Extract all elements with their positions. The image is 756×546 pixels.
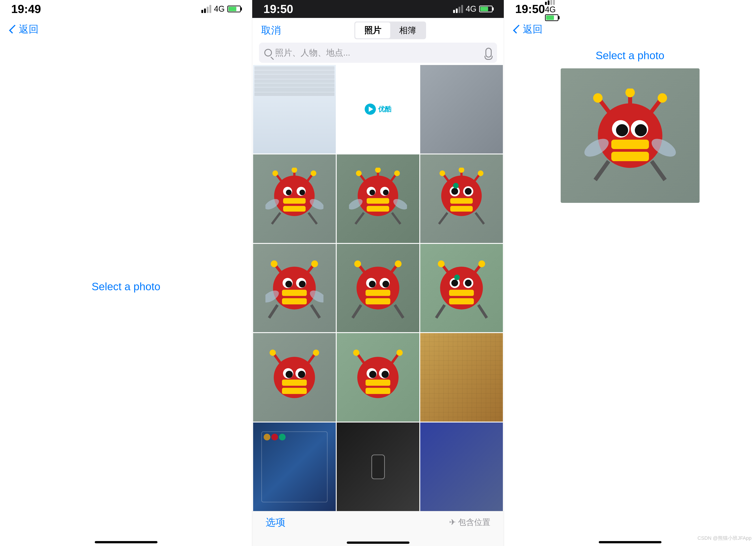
signal-bars-left [201, 5, 211, 13]
svg-rect-66 [366, 290, 390, 296]
watermark: CSDN @熊猫小班JFApp [698, 535, 752, 542]
signal-bar-3 [207, 7, 209, 13]
svg-line-61 [269, 305, 278, 318]
bee-cell-7 [253, 333, 336, 422]
signal-bar-mid-4 [461, 5, 463, 13]
youku-label: 优酷 [378, 105, 392, 114]
photo-cell-3[interactable] [420, 65, 503, 153]
svg-line-110 [357, 354, 366, 365]
svg-point-73 [354, 260, 361, 267]
svg-point-25 [356, 170, 362, 176]
battery-fill-left [228, 7, 236, 11]
cancel-button[interactable]: 取消 [261, 24, 281, 37]
photo-cell-8[interactable] [337, 244, 419, 333]
battery-fill-right [546, 15, 554, 20]
photo-cell-12[interactable] [420, 333, 503, 422]
tab-albums[interactable]: 相簿 [390, 22, 425, 38]
signal-bar-mid-3 [459, 7, 460, 13]
network-label-right: 4G [545, 5, 556, 14]
svg-point-70 [369, 281, 376, 288]
bee-cell-1 [253, 154, 336, 243]
battery-fill-mid [480, 7, 488, 11]
photo-cell-1[interactable] [253, 65, 336, 153]
mic-icon[interactable] [485, 48, 492, 58]
home-bar-left [95, 541, 157, 543]
bee-cell-4 [253, 244, 336, 333]
photo-cell-13[interactable] [253, 423, 336, 511]
back-button-right[interactable]: 返回 [515, 23, 543, 36]
svg-line-91 [478, 305, 487, 318]
svg-point-60 [311, 260, 318, 267]
svg-point-109 [382, 371, 389, 378]
parts-cell [420, 333, 503, 422]
status-time-mid: 19:50 [263, 2, 293, 16]
svg-point-89 [478, 260, 485, 267]
photo-cell-4[interactable] [253, 154, 336, 243]
svg-rect-19 [367, 206, 389, 211]
svg-point-6 [299, 190, 305, 195]
photo-cell-14[interactable] [337, 423, 419, 511]
panel-right: 19:50 4G 返回 Select a photo [504, 0, 756, 546]
segment-control: 照片 相簿 [285, 22, 495, 39]
svg-line-101 [307, 354, 315, 365]
svg-line-127 [595, 161, 609, 180]
svg-point-119 [616, 124, 628, 136]
photo-cell-5[interactable] [337, 154, 419, 243]
svg-rect-36 [450, 206, 473, 211]
search-bar[interactable]: 照片、人物、地点... [259, 43, 497, 63]
ss-row-7 [254, 92, 334, 96]
svg-point-75 [395, 260, 402, 267]
status-bar-left: 19:49 4G [0, 0, 252, 18]
svg-point-45 [459, 168, 464, 173]
signal-bars-right [545, 0, 558, 5]
svg-line-14 [308, 213, 317, 224]
svg-rect-79 [449, 290, 474, 296]
signal-bar-2 [204, 9, 206, 13]
svg-line-128 [652, 161, 665, 180]
svg-line-112 [390, 354, 399, 365]
status-time-left: 19:49 [11, 2, 41, 16]
photo-cell-10[interactable] [253, 333, 336, 422]
svg-point-126 [658, 93, 667, 103]
bee-cell-3 [420, 154, 503, 243]
select-photo-text-right[interactable]: Select a photo [596, 49, 664, 62]
network-label-left: 4G [214, 4, 225, 14]
tab-photos[interactable]: 照片 [355, 22, 390, 38]
bottom-bar: 选项 ✈ 包含位置 [252, 511, 504, 533]
photo-cell-11[interactable] [337, 333, 419, 422]
select-photo-text-left[interactable]: Select a photo [92, 281, 160, 293]
status-icons-right: 4G [545, 0, 558, 21]
status-bar-mid: 19:50 4G [252, 0, 504, 18]
youku-cell: 优酷 [337, 65, 419, 153]
select-photo-area-left[interactable]: Select a photo [0, 40, 252, 533]
status-bar-right: 19:50 4G [504, 0, 756, 18]
picker-bar: 取消 照片 相簿 [252, 18, 504, 43]
svg-rect-2 [283, 206, 306, 211]
panel-mid: 19:50 4G 取消 照片 相簿 照片、人物、地点... [252, 0, 504, 546]
back-button-left[interactable]: 返回 [11, 23, 39, 36]
chevron-right-icon [513, 25, 522, 34]
location-label: ✈ 包含位置 [449, 517, 490, 528]
svg-point-27 [375, 168, 381, 173]
svg-rect-18 [367, 198, 389, 204]
home-indicator-mid [252, 533, 504, 546]
segment-inner: 照片 相簿 [354, 22, 426, 39]
photo-cell-7[interactable] [253, 244, 336, 333]
photo-cell-15[interactable] [420, 423, 503, 511]
bee-icon-4 [265, 257, 323, 319]
svg-rect-104 [366, 380, 390, 386]
photo-cell-6[interactable] [420, 154, 503, 243]
svg-point-84 [465, 280, 472, 286]
svg-line-121 [599, 99, 613, 117]
svg-rect-35 [450, 198, 473, 204]
home-bar-right [599, 541, 661, 543]
photo-cell-2[interactable]: 优酷 [337, 65, 419, 153]
svg-point-29 [394, 170, 400, 176]
photo-cell-9[interactable] [420, 244, 503, 333]
svg-line-77 [395, 305, 403, 318]
options-button[interactable]: 选项 [266, 516, 285, 529]
bee-cell-6 [420, 244, 503, 333]
svg-point-8 [273, 170, 278, 176]
ss-row-6 [254, 87, 334, 92]
signal-bar-mid-2 [456, 9, 458, 13]
